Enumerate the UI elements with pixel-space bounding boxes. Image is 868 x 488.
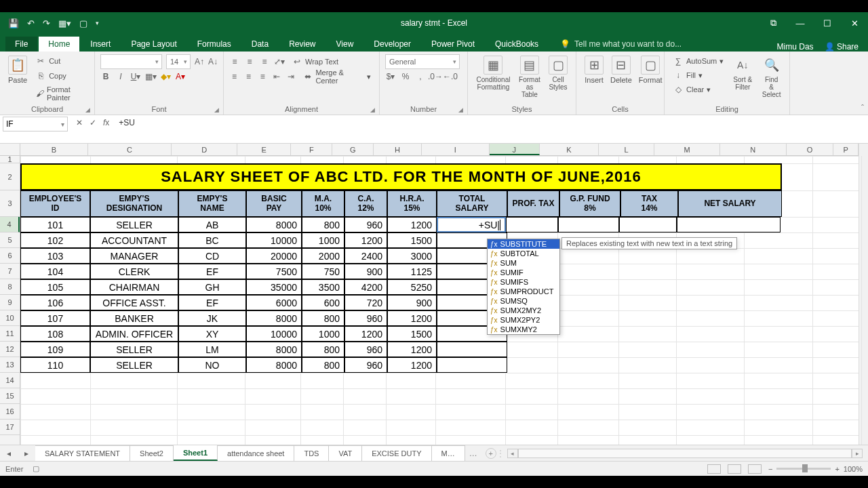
cell[interactable]: 108 bbox=[20, 326, 90, 342]
col-header-N[interactable]: N bbox=[720, 144, 787, 155]
col-header-P[interactable]: P bbox=[833, 144, 859, 155]
format-as-table-button[interactable]: ▤Format as Table bbox=[515, 54, 545, 100]
formula-autocomplete[interactable]: ƒxSUBSTITUTEƒxSUBTOTALƒxSUMƒxSUMIFƒxSUMI… bbox=[487, 239, 560, 335]
row-header-8[interactable]: 8 bbox=[0, 279, 20, 295]
tab-developer[interactable]: Developer bbox=[364, 37, 420, 52]
sheet-tab[interactable]: attendance sheet bbox=[218, 445, 294, 461]
table-header-cell[interactable]: H.R.A. 15% bbox=[387, 190, 437, 217]
table-header-cell[interactable]: BASIC PAY bbox=[246, 190, 302, 217]
cell[interactable]: 104 bbox=[20, 264, 90, 279]
autosum-button[interactable]: ∑AutoSum▾ bbox=[670, 54, 726, 68]
increase-font-icon[interactable]: A↑ bbox=[195, 56, 204, 67]
font-dialog-icon[interactable]: ◢ bbox=[214, 106, 219, 113]
cell[interactable]: 1500 bbox=[387, 326, 437, 342]
formula-input[interactable]: +SU bbox=[115, 115, 868, 130]
cell[interactable] bbox=[619, 217, 677, 232]
col-header-H[interactable]: H bbox=[374, 144, 422, 155]
cell[interactable]: 1200 bbox=[387, 357, 437, 373]
copy-button[interactable]: ⎘Copy bbox=[33, 69, 89, 83]
macro-record-icon[interactable]: ▢ bbox=[33, 464, 39, 473]
tab-insert[interactable]: Insert bbox=[81, 37, 120, 52]
row-header-11[interactable]: 11 bbox=[0, 326, 20, 342]
tab-file[interactable]: File bbox=[5, 37, 37, 52]
row-header-16[interactable]: 16 bbox=[0, 404, 20, 420]
cell[interactable]: 8000 bbox=[246, 217, 302, 232]
column-headers[interactable]: BCDEFGHIJKLMNOP bbox=[20, 144, 859, 156]
sheet-tab[interactable]: M… bbox=[432, 445, 465, 461]
table-header-cell[interactable]: TAX 14% bbox=[620, 190, 678, 217]
cell[interactable]: XY bbox=[178, 326, 246, 342]
cell[interactable]: MANAGER bbox=[90, 248, 178, 264]
maximize-button[interactable]: ☐ bbox=[814, 12, 841, 34]
cell[interactable]: 1200 bbox=[387, 342, 437, 357]
cell[interactable]: 960 bbox=[344, 342, 387, 357]
hscroll-left[interactable]: ◂ bbox=[507, 449, 518, 458]
cell-styles-button[interactable]: ▢Cell Styles bbox=[546, 54, 570, 100]
cell[interactable]: 110 bbox=[20, 357, 90, 373]
autocomplete-item[interactable]: ƒxSUMXMY2 bbox=[488, 325, 559, 334]
cell[interactable] bbox=[558, 217, 619, 232]
cell[interactable]: 800 bbox=[302, 357, 344, 373]
cell[interactable]: 1200 bbox=[344, 326, 387, 342]
row-header-7[interactable]: 7 bbox=[0, 264, 20, 279]
cell[interactable]: 750 bbox=[302, 264, 344, 279]
spreadsheet-grid[interactable]: BCDEFGHIJKLMNOP 123456789101112131415161… bbox=[0, 144, 868, 445]
zoom-level[interactable]: 100% bbox=[844, 465, 863, 473]
cell[interactable]: LM bbox=[178, 342, 246, 357]
autocomplete-item[interactable]: ƒxSUBTOTAL bbox=[488, 249, 559, 258]
table-header-cell[interactable]: NET SALARY bbox=[678, 190, 782, 217]
fill-color-icon[interactable]: ◆▾ bbox=[160, 71, 171, 82]
tab-power-pivot[interactable]: Power Pivot bbox=[422, 37, 484, 52]
alignment-dialog-icon[interactable]: ◢ bbox=[370, 106, 375, 113]
cell[interactable]: GH bbox=[178, 279, 246, 295]
col-header-G[interactable]: G bbox=[332, 144, 374, 155]
cell[interactable]: +SU| bbox=[437, 217, 506, 232]
sheet-title[interactable]: SALARY SHEET OF ABC LTD. FOR THE MONTH O… bbox=[20, 163, 782, 190]
cell[interactable]: 8000 bbox=[246, 310, 302, 326]
sheet-tab[interactable]: TDS bbox=[294, 445, 329, 461]
row-header-10[interactable]: 10 bbox=[0, 310, 20, 326]
zoom-slider[interactable] bbox=[776, 468, 831, 470]
cell[interactable]: BC bbox=[178, 232, 246, 248]
cell[interactable]: 1500 bbox=[387, 232, 437, 248]
font-color-icon[interactable]: A▾ bbox=[175, 71, 186, 82]
cell[interactable]: 960 bbox=[344, 357, 387, 373]
select-all-corner[interactable] bbox=[0, 144, 20, 156]
table-header-cell[interactable]: EMPY'S DESIGNATION bbox=[90, 190, 178, 217]
percent-icon[interactable]: % bbox=[400, 71, 411, 82]
name-box[interactable]: IF bbox=[3, 117, 68, 131]
page-break-view-button[interactable] bbox=[748, 464, 762, 474]
collapse-ribbon-icon[interactable]: ˆ bbox=[861, 104, 864, 113]
decrease-font-icon[interactable]: A↓ bbox=[208, 56, 218, 67]
cell[interactable]: JK bbox=[178, 310, 246, 326]
clear-button[interactable]: ◇Clear▾ bbox=[670, 83, 726, 96]
col-header-B[interactable]: B bbox=[20, 144, 88, 155]
row-header-15[interactable]: 15 bbox=[0, 388, 20, 404]
cell[interactable]: 4200 bbox=[344, 279, 387, 295]
hscroll-right[interactable]: ▸ bbox=[852, 449, 863, 458]
row-headers[interactable]: 1234567891011121314151617 bbox=[0, 156, 20, 445]
share-button[interactable]: 👤 Share bbox=[825, 42, 859, 52]
cancel-formula-icon[interactable]: ✕ bbox=[76, 118, 83, 127]
table-header-cell[interactable]: M.A. 10% bbox=[302, 190, 344, 217]
cell[interactable]: 5250 bbox=[387, 279, 437, 295]
cell[interactable]: 600 bbox=[302, 295, 344, 310]
cell[interactable] bbox=[437, 357, 507, 373]
font-family-dropdown[interactable] bbox=[100, 54, 162, 69]
row-header-1[interactable]: 1 bbox=[0, 156, 20, 163]
cell[interactable]: 8000 bbox=[246, 357, 302, 373]
increase-decimal-icon[interactable]: .0→ bbox=[430, 71, 441, 82]
cell[interactable]: SELLER bbox=[90, 217, 178, 232]
table-header-cell[interactable]: TOTAL SALARY bbox=[437, 190, 507, 217]
cell[interactable]: 103 bbox=[20, 248, 90, 264]
cell[interactable]: 3000 bbox=[387, 248, 437, 264]
bold-icon[interactable]: B bbox=[100, 71, 111, 82]
sheet-tab[interactable]: VAT bbox=[329, 445, 362, 461]
orientation-icon[interactable]: ⤢▾ bbox=[274, 56, 285, 67]
underline-icon[interactable]: U▾ bbox=[130, 71, 141, 82]
cell[interactable]: 800 bbox=[302, 342, 344, 357]
table-header-cell[interactable]: G.P. FUND 8% bbox=[559, 190, 620, 217]
col-header-M[interactable]: M bbox=[654, 144, 720, 155]
cut-button[interactable]: ✂Cut bbox=[33, 54, 89, 68]
insert-cells-button[interactable]: ⊞Insert bbox=[582, 54, 606, 85]
